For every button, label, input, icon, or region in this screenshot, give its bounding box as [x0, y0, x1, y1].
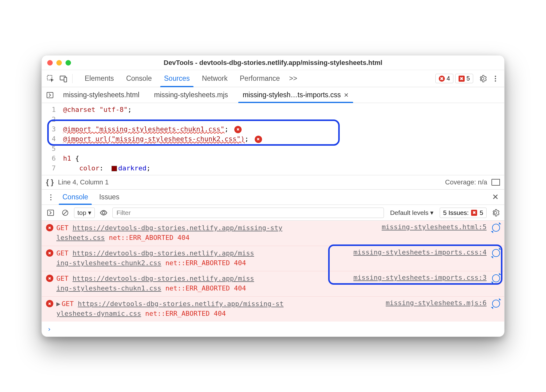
url-link[interactable]: https://devtools-dbg-stories.netlify.app… [73, 275, 254, 282]
url-link[interactable]: ylesheets-dynamic.css [56, 310, 141, 317]
message-body: GET https://devtools-dbg-stories.netlify… [56, 223, 376, 243]
context-value: top [77, 209, 86, 216]
url-link[interactable]: ing-stylesheets-chukn1.css [56, 284, 161, 292]
source-link[interactable]: missing-stylesheets-imports.css:4 [350, 248, 487, 268]
window-title: DevTools - devtools-dbg-stories.netlify.… [42, 59, 504, 67]
tab-elements[interactable]: Elements [79, 70, 120, 87]
close-drawer-icon[interactable]: ✕ [490, 191, 501, 203]
show-sidebar-icon[interactable] [491, 179, 500, 186]
svg-rect-6 [47, 92, 53, 98]
issues-button[interactable]: 5 Issues: ✖ 5 [440, 208, 487, 218]
more-tabs-button[interactable]: >> [286, 70, 300, 87]
filter-input[interactable] [112, 208, 384, 218]
disclosure-triangle-icon[interactable]: ▶ [56, 300, 60, 308]
replay-xhr-icon[interactable] [492, 249, 500, 257]
close-window-button[interactable] [47, 60, 53, 66]
console-settings-icon[interactable] [490, 207, 501, 219]
tab-sources[interactable]: Sources [158, 70, 196, 87]
more-options-button[interactable] [490, 73, 501, 84]
code-line-6: h1 { [63, 154, 262, 163]
pretty-print-icon[interactable]: { } [46, 178, 54, 187]
coverage-status: Coverage: n/a [445, 178, 487, 186]
console-message-row[interactable]: ✖GET https://devtools-dbg-stories.netlif… [42, 246, 504, 271]
svg-point-4 [495, 78, 496, 79]
error-icon: ✖ [46, 300, 53, 307]
code-area[interactable]: @charset "utf-8"; @import "missing-style… [59, 103, 262, 175]
context-selector[interactable]: top ▾ [74, 208, 95, 218]
cursor-position: Line 4, Column 1 [58, 178, 108, 186]
console-message-row[interactable]: ✖GET https://devtools-dbg-stories.netlif… [42, 271, 504, 296]
source-statusbar: { } Line 4, Column 1 Coverage: n/a [42, 175, 504, 190]
live-expression-icon[interactable] [98, 207, 109, 219]
clear-console-icon[interactable] [59, 207, 71, 219]
error-icon: ✖ [46, 249, 53, 257]
svg-point-3 [495, 76, 496, 77]
console-message-row[interactable]: ✖▶GET https://devtools-dbg-stories.netli… [42, 296, 504, 322]
console-sidebar-icon[interactable] [45, 207, 56, 219]
error-icon: ✖ [46, 224, 53, 231]
tab-console[interactable]: Console [120, 70, 158, 87]
url-link[interactable]: https://devtools-dbg-stories.netlify.app… [73, 249, 254, 257]
source-link[interactable]: missing-stylesheets.mjs:6 [383, 299, 487, 319]
code-line-1: @charset "utf-8"; [63, 105, 262, 115]
svg-point-5 [495, 80, 496, 81]
file-tab-html[interactable]: missing-stylesheets.html [56, 87, 147, 103]
close-tab-icon[interactable]: ✕ [344, 91, 349, 99]
console-filterbar: top ▾ Default levels ▾ 5 Issues: ✖ 5 [42, 205, 504, 221]
url-link[interactable]: ing-stylesheets-chunk2.css [56, 259, 161, 267]
issue-square-icon: ✖ [459, 76, 465, 82]
error-icon[interactable]: ✖ [234, 126, 242, 133]
chevron-down-icon: ▾ [88, 209, 91, 216]
console-message-row[interactable]: ✖GET https://devtools-dbg-stories.netlif… [42, 221, 504, 246]
log-levels-selector[interactable]: Default levels ▾ [387, 209, 437, 216]
code-line-5 [63, 144, 262, 154]
panel-tabs: Elements Console Sources Network Perform… [79, 70, 300, 87]
error-circle-icon: ✖ [439, 76, 445, 82]
message-body: GET https://devtools-dbg-stories.netlify… [56, 274, 347, 293]
drawer-more-button[interactable]: ⋮ [45, 193, 57, 201]
message-body: GET https://devtools-dbg-stories.netlify… [56, 248, 347, 268]
badge-group: ✖ 4 ✖ 5 [435, 74, 473, 83]
devtools-window: DevTools - devtools-dbg-stories.netlify.… [41, 55, 505, 337]
code-line-2 [63, 115, 262, 124]
source-editor[interactable]: 1234567 @charset "utf-8"; @import "missi… [42, 103, 504, 175]
errors-badge[interactable]: ✖ 4 [435, 74, 453, 83]
issues-label: 5 Issues: [443, 209, 469, 216]
levels-label: Default levels [390, 209, 428, 216]
color-swatch[interactable] [112, 166, 117, 171]
file-tabs: missing-stylesheets.html missing-stylesh… [42, 87, 504, 103]
url-link[interactable]: https://devtools-dbg-stories.netlify.app… [78, 300, 284, 308]
drawer-tab-console[interactable]: Console [57, 190, 94, 205]
source-link[interactable]: missing-stylesheets.html:5 [379, 223, 487, 243]
maximize-window-button[interactable] [66, 60, 71, 66]
replay-xhr-icon[interactable] [492, 300, 500, 308]
console-messages: ✖GET https://devtools-dbg-stories.netlif… [42, 221, 504, 337]
titlebar: DevTools - devtools-dbg-stories.netlify.… [42, 55, 504, 70]
show-navigator-icon[interactable] [44, 89, 56, 101]
issues-badge[interactable]: ✖ 5 [455, 74, 473, 83]
message-body: ▶GET https://devtools-dbg-stories.netlif… [56, 299, 380, 319]
svg-rect-7 [48, 210, 54, 216]
source-link[interactable]: missing-stylesheets-imports.css:3 [350, 274, 487, 293]
issues-count: 5 [480, 209, 483, 216]
code-line-4: @import url("missing-stylesheets-chunk2.… [63, 134, 262, 144]
file-tab-mjs[interactable]: missing-stylesheets.mjs [147, 87, 236, 103]
minimize-window-button[interactable] [56, 60, 62, 66]
chevron-down-icon: ▾ [430, 209, 434, 216]
drawer-tab-issues[interactable]: Issues [94, 190, 125, 205]
settings-button[interactable] [477, 73, 488, 84]
tab-network[interactable]: Network [196, 70, 234, 87]
tab-performance[interactable]: Performance [234, 70, 286, 87]
error-icon[interactable]: ✖ [255, 136, 262, 143]
url-link[interactable]: lesheets.css [56, 234, 105, 241]
main-toolbar: Elements Console Sources Network Perform… [42, 70, 504, 87]
url-link[interactable]: https://devtools-dbg-stories.netlify.app… [73, 224, 282, 232]
replay-xhr-icon[interactable] [492, 224, 500, 232]
replay-xhr-icon[interactable] [492, 274, 500, 282]
inspect-element-icon[interactable] [45, 73, 56, 84]
errors-count: 4 [447, 75, 450, 82]
device-toolbar-icon[interactable] [58, 73, 69, 84]
svg-rect-2 [64, 77, 67, 82]
console-prompt[interactable]: › [42, 322, 504, 337]
file-tab-css[interactable]: missing-stylesh…ts-imports.css ✕ [235, 87, 356, 103]
